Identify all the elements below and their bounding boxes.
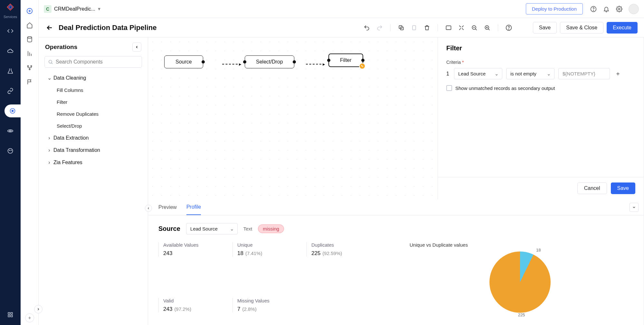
op-select-drop[interactable]: Select/Drop — [41, 120, 146, 132]
config-cancel-button[interactable]: Cancel — [577, 182, 607, 194]
workspace-tree-icon[interactable] — [24, 62, 35, 74]
main-area: C CRMDealPredic... ▾ Deploy to Productio… — [39, 0, 644, 325]
project-selector[interactable]: C CRMDealPredic... ▾ — [44, 5, 100, 13]
fit-screen-icon[interactable] — [444, 23, 453, 33]
chevron-right-icon: › — [47, 135, 52, 141]
svg-point-6 — [11, 150, 12, 151]
config-save-button[interactable]: Save — [611, 182, 635, 194]
svg-rect-8 — [11, 312, 13, 314]
group-head-data-transformation[interactable]: ›Data Transformation — [41, 144, 146, 156]
node-select-drop[interactable]: Select/Drop — [245, 55, 294, 68]
editor-body: Operations ⌄Data Cleaning Fill Columns F… — [39, 37, 644, 325]
workspace-flag-icon[interactable] — [24, 76, 35, 88]
group-head-data-extraction[interactable]: ›Data Extraction — [41, 132, 146, 144]
search-field[interactable] — [56, 59, 138, 65]
rail-code-icon[interactable] — [4, 25, 17, 37]
rail-apps-icon[interactable] — [4, 308, 17, 321]
chevron-down-icon: ⌄ — [495, 71, 499, 77]
toolbar-help-icon[interactable] — [504, 23, 514, 33]
zoom-in-icon[interactable] — [482, 23, 492, 33]
rail-ai-icon[interactable] — [5, 104, 21, 117]
execute-button[interactable]: Execute — [607, 22, 638, 34]
criteria-index: 1 — [446, 71, 450, 77]
workspace-home-icon[interactable] — [24, 19, 35, 31]
bell-icon[interactable] — [601, 4, 612, 15]
criteria-value-input[interactable]: ${NOTEMPTY} — [558, 68, 610, 79]
svg-point-4 — [8, 149, 13, 153]
panel-resize-handle[interactable] — [145, 205, 152, 212]
trash-icon[interactable] — [422, 23, 432, 33]
port-icon[interactable] — [293, 60, 296, 64]
arrow-icon: ▸ — [239, 61, 242, 67]
output-tabs: Preview Profile — [148, 199, 644, 215]
rail-plus-button[interactable] — [25, 313, 34, 322]
chevron-down-icon: ⌄ — [230, 226, 234, 232]
profile-column-select[interactable]: Lead Source⌄ — [186, 223, 238, 234]
project-avatar: C — [44, 5, 52, 13]
back-button[interactable] — [45, 23, 54, 32]
warning-badge-icon: ✎ — [359, 63, 365, 69]
pie-chart: 18 225 — [489, 251, 554, 316]
stat-available-values: Available Values 243 — [158, 242, 216, 257]
add-criteria-button[interactable] — [614, 70, 622, 78]
group-head-zia-features[interactable]: ›Zia Features — [41, 156, 146, 169]
node-source[interactable]: Source — [164, 55, 203, 68]
column-type-label: Text — [243, 226, 252, 231]
zoom-out-icon[interactable] — [469, 23, 479, 33]
user-avatar[interactable] — [629, 4, 639, 14]
collapse-panel-button[interactable] — [132, 43, 141, 52]
op-remove-duplicates[interactable]: Remove Duplicates — [41, 108, 146, 120]
search-components-input[interactable] — [44, 56, 142, 68]
secondary-output-checkbox[interactable]: Show unmatched records as secondary outp… — [446, 85, 635, 91]
criteria-label: Criteria * — [446, 60, 635, 65]
rail-cloud-icon[interactable] — [4, 44, 17, 57]
port-icon[interactable] — [361, 59, 365, 62]
chevron-right-icon: › — [47, 160, 52, 165]
collapse-output-button[interactable] — [630, 203, 639, 212]
workspace-database-icon[interactable] — [24, 34, 35, 45]
port-icon[interactable] — [202, 60, 205, 64]
save-close-button[interactable]: Save & Close — [560, 22, 603, 34]
save-button[interactable]: Save — [533, 22, 557, 34]
rail-orbit-icon[interactable] — [4, 124, 17, 137]
rail-flask-icon[interactable] — [4, 64, 17, 77]
pie-graphic — [489, 251, 551, 313]
copy-icon[interactable] — [396, 23, 406, 33]
svg-point-27 — [49, 60, 52, 63]
rail-face-icon[interactable] — [4, 144, 17, 157]
node-filter[interactable]: Filter ✎ — [328, 54, 363, 67]
workspace-levels-icon[interactable] — [24, 48, 35, 59]
stat-valid: Valid 243(97.2%) — [158, 298, 216, 312]
svg-point-17 — [593, 10, 593, 10]
profile-source-label: Source — [158, 225, 180, 232]
port-icon[interactable] — [243, 60, 246, 64]
criteria-operator-select[interactable]: is not empty⌄ — [506, 68, 554, 79]
help-icon[interactable] — [588, 4, 599, 15]
op-filter[interactable]: Filter — [41, 96, 146, 108]
port-icon[interactable] — [327, 59, 330, 62]
op-fill-columns[interactable]: Fill Columns — [41, 84, 146, 96]
operations-tree: ⌄Data Cleaning Fill Columns Filter Remov… — [39, 72, 148, 169]
edge-line — [306, 64, 321, 64]
tab-profile[interactable]: Profile — [186, 200, 201, 215]
editor-toolbar: Deal Prediction Data Pipeline Save Save … — [39, 18, 644, 37]
svg-point-12 — [27, 37, 32, 38]
criteria-field-select[interactable]: Lead Source⌄ — [454, 68, 502, 79]
topbar: C CRMDealPredic... ▾ Deploy to Productio… — [39, 0, 644, 18]
workspace-add-icon[interactable] — [24, 5, 35, 17]
svg-rect-7 — [8, 312, 10, 314]
tab-preview[interactable]: Preview — [158, 200, 177, 215]
stat-missing-values: Missing Values 7(2.8%) — [232, 298, 290, 312]
deploy-button[interactable]: Deploy to Production — [526, 3, 583, 15]
stat-duplicates: Duplicates 225(92.59%) — [307, 242, 365, 257]
expand-icon[interactable] — [457, 23, 466, 33]
group-data-cleaning: ⌄Data Cleaning Fill Columns Filter Remov… — [41, 72, 146, 132]
undo-icon[interactable] — [362, 23, 372, 33]
rail-link-icon[interactable] — [4, 84, 17, 97]
gear-icon[interactable] — [614, 4, 625, 15]
stats-grid: Available Values 243 Unique 18(7.41%) Du… — [158, 242, 390, 321]
search-icon — [48, 59, 53, 64]
group-head-data-cleaning[interactable]: ⌄Data Cleaning — [41, 72, 146, 84]
pipeline-canvas[interactable]: Source ▸ Select/Drop ▸ — [148, 37, 438, 199]
checkbox-icon — [446, 85, 452, 91]
